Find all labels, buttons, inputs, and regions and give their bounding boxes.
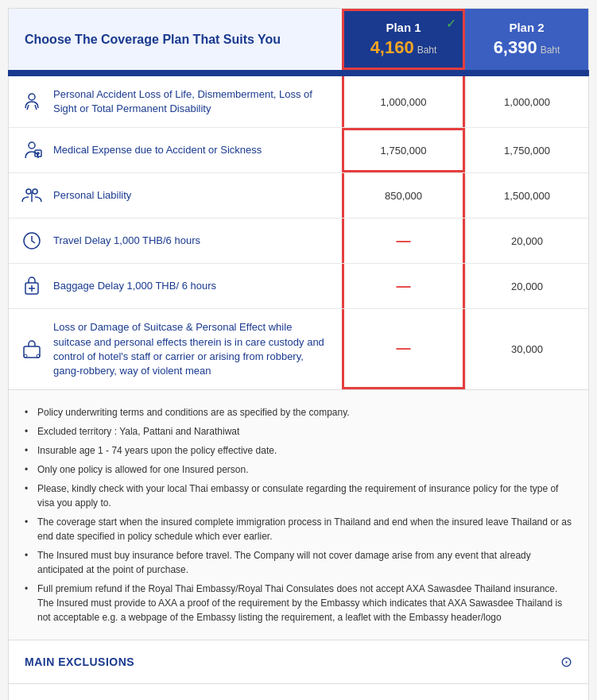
coverage-label-text: Medical Expense due to Accident or Sickn… [53,143,262,157]
plan1-name: Plan 1 [386,21,421,34]
coverage-label-text: Personal Accident Loss of Life, Dismembe… [53,87,331,116]
svg-point-8 [33,189,37,194]
header-title-cell: Choose The Coverage Plan That Suits You [9,9,342,70]
plan2-value-cell: 30,000 [465,309,588,389]
table-row: Baggage Delay 1,000 THB/ 6 hours—20,000 [9,264,588,309]
list-item: Policy underwriting terms and conditions… [25,403,572,422]
plan1-value-cell: 1,000,000 [342,76,465,127]
list-item: Insurable age 1 - 74 years upon the poli… [25,441,572,460]
coverage-label-cell: Medical Expense due to Accident or Sickn… [9,128,342,172]
dash-icon: — [397,278,411,295]
coverage-label-cell: Baggage Delay 1,000 THB/ 6 hours [9,264,342,308]
plan2-baht: Baht [541,44,560,56]
plan1-value-cell: 850,000 [342,173,465,218]
suitcase-icon [20,338,44,361]
plan2-value-cell: 1,500,000 [465,173,588,218]
list-item: Please, kindly check with your local Tha… [25,479,572,512]
header-row: Choose The Coverage Plan That Suits You … [8,8,589,70]
svg-point-7 [26,189,31,194]
plan1-value-cell: — [342,219,465,263]
blue-divider [8,70,589,76]
plan2-price: 6,390 [494,37,537,58]
table-row: Personal Accident Loss of Life, Dismembe… [9,76,588,128]
list-item: Full premium refund if the Royal Thai Em… [25,579,572,627]
table-row: Travel Delay 1,000 THB/6 hours—20,000 [9,219,588,264]
list-item: Only one policy is allowed for one Insur… [25,460,572,479]
svg-line-1 [27,105,29,110]
medical-icon [20,139,44,161]
coverage-label-text: Personal Liability [53,188,131,203]
baggage-icon [20,275,44,297]
plan1-value-cell: 1,750,000 [342,128,465,172]
exclusions-row[interactable]: MAIN EXCLUSIONS ⊙ [8,640,589,684]
plan2-value-cell: 20,000 [465,219,588,263]
plan2-price-row: 6,390 Baht [494,37,560,58]
table-row: Personal Liability850,0001,500,000 [9,173,588,219]
coverage-label-cell: Personal Accident Loss of Life, Dismembe… [9,76,342,127]
list-item: The Insured must buy insurance before tr… [25,546,572,579]
coverage-table: Personal Accident Loss of Life, Dismembe… [8,76,589,390]
plan1-price: 4,160 [370,37,414,58]
svg-rect-14 [24,346,40,358]
plan2-value-cell: 1,750,000 [465,128,588,172]
plan1-header[interactable]: ✓ Plan 1 4,160 Baht [342,9,465,70]
plan2-value-cell: 20,000 [465,264,588,308]
liability-icon [20,184,44,207]
plan2-header[interactable]: Plan 2 6,390 Baht [465,9,588,70]
clock-icon [20,230,44,252]
coverage-label-cell: Personal Liability [9,173,342,218]
dash-icon: — [397,233,411,249]
coverage-label-text: Loss or Damage of Suitcase & Personal Ef… [53,320,331,378]
table-row: Medical Expense due to Accident or Sickn… [9,128,588,173]
coverage-label-cell: Travel Delay 1,000 THB/6 hours [9,219,342,263]
chevron-down-icon: ⊙ [560,653,572,671]
plan2-name: Plan 2 [509,21,544,34]
plan1-checkmark: ✓ [446,16,456,31]
list-item: Excluded territory : Yala, Pattani and N… [25,422,572,441]
notes-section: Policy underwriting terms and conditions… [8,390,589,640]
main-container: Choose The Coverage Plan That Suits You … [8,8,589,700]
plan2-value-cell: 1,000,000 [465,76,588,127]
buy-now-row: BUY NOW → [8,684,589,700]
plan1-value-cell: — [342,264,465,308]
plan1-baht: Baht [417,44,437,56]
plan1-value-cell: — [342,309,465,389]
header-title: Choose The Coverage Plan That Suits You [25,33,281,47]
table-row: Loss or Damage of Suitcase & Personal Ef… [9,309,588,389]
dash-icon: — [397,340,411,357]
coverage-label-text: Travel Delay 1,000 THB/6 hours [53,234,200,248]
svg-point-3 [29,142,35,149]
coverage-label-cell: Loss or Damage of Suitcase & Personal Ef… [9,309,342,389]
notes-list: Policy underwriting terms and conditions… [25,403,572,627]
coverage-label-text: Baggage Delay 1,000 THB/ 6 hours [53,279,216,293]
svg-line-2 [35,105,37,110]
exclusions-label: MAIN EXCLUSIONS [25,656,134,668]
person-accident-icon [20,91,44,113]
list-item: The coverage start when the insured comp… [25,512,572,546]
svg-point-0 [29,94,35,100]
plan1-price-row: 4,160 Baht [370,37,437,58]
